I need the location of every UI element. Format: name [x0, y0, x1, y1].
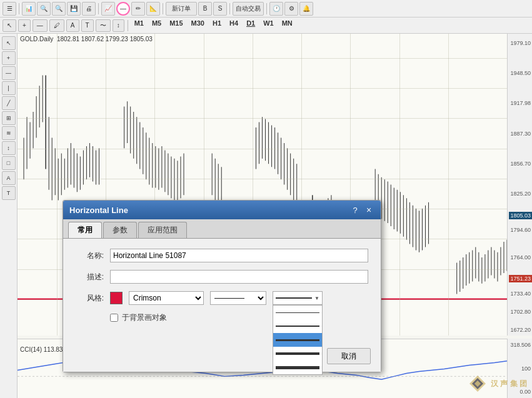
dialog-help-btn[interactable]: ?	[349, 204, 361, 216]
name-label: 名称:	[76, 251, 104, 261]
dialog-title: Horizontal Line	[69, 206, 128, 215]
tab-general[interactable]: 常用	[68, 222, 102, 238]
name-input[interactable]	[110, 249, 368, 262]
lw-line-3	[276, 339, 319, 341]
lw-option-5[interactable]	[273, 361, 322, 374]
name-row: 名称:	[76, 249, 368, 262]
dialog-overlay: Horizontal Line ? × 常用 参数 应用范围 名称:	[0, 0, 532, 398]
tab-scope[interactable]: 应用范围	[138, 222, 187, 238]
lw-option-2[interactable]	[273, 319, 322, 333]
bg-checkbox-label: 于背景画对象	[122, 312, 167, 323]
style-row: 风格: Crimson ———— – – – – ·····	[76, 291, 368, 305]
style-label: 风格:	[76, 293, 104, 304]
lw-line-1	[276, 312, 319, 313]
line-width-btn[interactable]: ▼	[273, 291, 323, 305]
dialog-body: 名称: 描述: 风格: Crimson	[63, 239, 381, 343]
dialog-close-btn[interactable]: ×	[363, 204, 374, 216]
desc-row: 描述:	[76, 270, 368, 284]
lw-line-4	[276, 352, 319, 355]
desc-input[interactable]	[110, 270, 368, 284]
line-style-select[interactable]: ———— – – – – ·····	[210, 291, 266, 305]
lw-line-2	[276, 326, 319, 327]
lw-line-5	[276, 366, 319, 369]
line-width-options	[273, 305, 323, 375]
bg-checkbox[interactable]	[110, 314, 118, 322]
dialog-title-buttons: ? ×	[349, 204, 374, 216]
color-swatch[interactable]	[110, 292, 123, 304]
line-width-arrow-icon: ▼	[314, 296, 319, 301]
lw-option-3[interactable]	[273, 333, 322, 347]
desc-label: 描述:	[76, 272, 104, 282]
dialog-tabs: 常用 参数 应用范围	[63, 219, 381, 239]
horizontal-line-dialog: Horizontal Line ? × 常用 参数 应用范围 名称:	[63, 200, 381, 372]
line-width-wrapper: ▼	[273, 291, 323, 305]
line-width-preview	[276, 297, 312, 299]
lw-option-4[interactable]	[273, 347, 322, 361]
bg-checkbox-row: 于背景画对象	[110, 312, 368, 323]
chart-area: ☰ 📊 🔍 🔍 💾 🖨 📈 — ✏ 📐 新订单 B S 自动交易 🕐 ⚙ 🔔 ↖…	[0, 0, 532, 398]
dialog-footer: 确定 取消	[63, 343, 381, 372]
tab-params[interactable]: 参数	[103, 222, 137, 238]
dialog-titlebar: Horizontal Line ? ×	[63, 201, 381, 219]
color-select[interactable]: Crimson	[129, 291, 204, 305]
lw-option-1[interactable]	[273, 306, 322, 319]
cancel-button[interactable]: 取消	[327, 348, 371, 364]
